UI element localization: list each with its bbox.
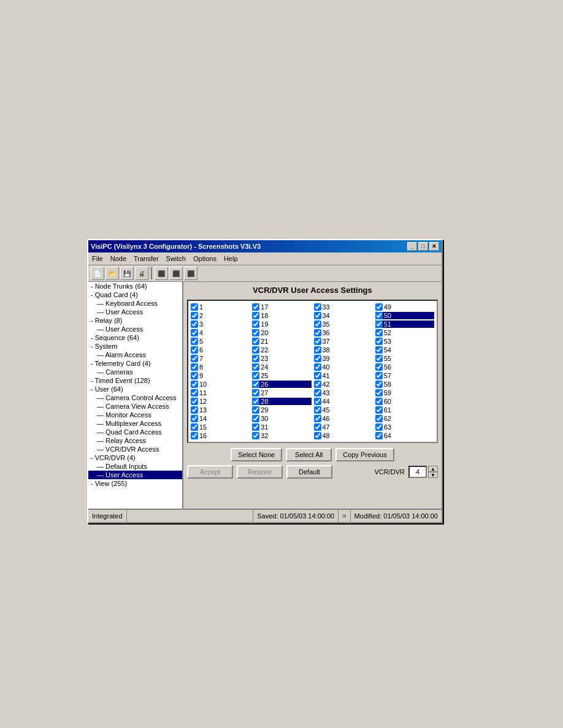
checkbox-17[interactable] [252, 303, 259, 311]
vcr-dvr-spinner[interactable]: ▲ ▼ [408, 466, 438, 478]
checkbox-item-54[interactable]: 54 [375, 346, 434, 354]
checkbox-item-64[interactable]: 64 [375, 432, 434, 439]
toolbar-btn6[interactable]: ⬛ [169, 267, 183, 280]
toolbar-save-button[interactable]: 💾 [120, 267, 134, 280]
checkbox-item-55[interactable]: 55 [375, 355, 434, 362]
checkbox-62[interactable] [375, 415, 383, 422]
checkbox-item-11[interactable]: 11 [191, 389, 250, 396]
checkbox-item-49[interactable]: 49 [375, 303, 434, 311]
spinner-up[interactable]: ▲ [428, 466, 438, 472]
checkbox-item-41[interactable]: 41 [314, 372, 373, 379]
checkbox-15[interactable] [191, 423, 198, 431]
accept-button[interactable]: Accept [187, 465, 233, 479]
checkbox-item-3[interactable]: 3 [191, 320, 250, 328]
tree-quad-card-access[interactable]: — Quad Card Access [88, 428, 182, 436]
tree-vcrdvr-access[interactable]: — VCR/DVR Access [88, 445, 182, 453]
minimize-button[interactable]: _ [407, 242, 417, 251]
checkbox-item-19[interactable]: 19 [252, 320, 311, 328]
select-none-button[interactable]: Select None [231, 448, 282, 461]
tree-keyboard-access[interactable]: — Keyboard Access [88, 299, 182, 308]
checkbox-item-53[interactable]: 53 [375, 338, 434, 345]
checkbox-43[interactable] [314, 389, 321, 396]
tree-node-trunks[interactable]: - Node Trunks (64) [88, 282, 182, 290]
checkbox-29[interactable] [252, 406, 259, 414]
default-button[interactable]: Default [286, 465, 332, 479]
checkbox-30[interactable] [252, 415, 259, 422]
checkbox-item-56[interactable]: 56 [375, 363, 434, 371]
checkbox-item-17[interactable]: 17 [252, 303, 311, 311]
checkbox-59[interactable] [375, 389, 383, 396]
checkbox-item-8[interactable]: 8 [191, 363, 250, 371]
tree-user[interactable]: - User (64) [88, 385, 182, 393]
tree-alarm-access[interactable]: — Alarm Access [88, 351, 182, 359]
checkbox-item-26[interactable]: 26 [252, 381, 311, 388]
checkbox-10[interactable] [191, 381, 198, 388]
checkbox-item-63[interactable]: 63 [375, 423, 434, 431]
checkbox-41[interactable] [314, 372, 321, 379]
tree-user-access-vcrdvr[interactable]: — User Access [88, 471, 182, 479]
checkbox-8[interactable] [191, 363, 198, 371]
checkbox-item-16[interactable]: 16 [191, 432, 250, 439]
tree-quad-card[interactable]: - Quad Card (4) [88, 290, 182, 299]
checkbox-25[interactable] [252, 372, 259, 379]
checkbox-item-27[interactable]: 27 [252, 389, 311, 396]
tree-panel[interactable]: - Node Trunks (64) - Quad Card (4) — Key… [88, 282, 183, 509]
spinner-down[interactable]: ▼ [428, 472, 438, 478]
checkbox-item-40[interactable]: 40 [314, 363, 373, 371]
checkbox-item-25[interactable]: 25 [252, 372, 311, 379]
toolbar-open-button[interactable]: 📂 [105, 267, 119, 280]
tree-system[interactable]: - System [88, 342, 182, 351]
checkbox-item-21[interactable]: 21 [252, 338, 311, 345]
checkbox-58[interactable] [375, 381, 383, 388]
checkbox-item-4[interactable]: 4 [191, 329, 250, 336]
checkbox-item-60[interactable]: 60 [375, 398, 434, 405]
checkbox-60[interactable] [375, 398, 383, 405]
checkbox-item-6[interactable]: 6 [191, 346, 250, 354]
checkbox-item-44[interactable]: 44 [314, 398, 373, 405]
checkbox-9[interactable] [191, 372, 198, 379]
checkbox-item-5[interactable]: 5 [191, 338, 250, 345]
checkbox-item-23[interactable]: 23 [252, 355, 311, 362]
tree-user-access-relay[interactable]: — User Access [88, 325, 182, 333]
tree-vcrdvr[interactable]: - VCR/DVR (4) [88, 453, 182, 462]
checkbox-item-61[interactable]: 61 [375, 406, 434, 414]
checkbox-56[interactable] [375, 363, 383, 371]
checkbox-36[interactable] [314, 329, 321, 336]
checkbox-50[interactable] [375, 312, 383, 319]
checkbox-52[interactable] [375, 329, 383, 336]
tree-telemetry[interactable]: - Telemetry Card (4) [88, 359, 182, 368]
select-all-button[interactable]: Select All [286, 448, 332, 461]
checkbox-23[interactable] [252, 355, 259, 362]
checkbox-37[interactable] [314, 338, 321, 345]
checkbox-28[interactable] [252, 398, 259, 405]
checkbox-49[interactable] [375, 303, 383, 311]
checkbox-item-45[interactable]: 45 [314, 406, 373, 414]
checkbox-18[interactable] [252, 312, 259, 319]
vcr-dvr-value[interactable] [408, 466, 427, 478]
checkbox-item-10[interactable]: 10 [191, 381, 250, 388]
checkbox-item-48[interactable]: 48 [314, 432, 373, 439]
checkbox-38[interactable] [314, 346, 321, 354]
checkbox-item-36[interactable]: 36 [314, 329, 373, 336]
checkbox-item-31[interactable]: 31 [252, 423, 311, 431]
checkbox-item-46[interactable]: 46 [314, 415, 373, 422]
checkbox-64[interactable] [375, 432, 383, 439]
checkbox-item-2[interactable]: 2 [191, 312, 250, 319]
checkbox-item-58[interactable]: 58 [375, 381, 434, 388]
checkbox-63[interactable] [375, 423, 383, 431]
checkbox-7[interactable] [191, 355, 198, 362]
checkbox-2[interactable] [191, 312, 198, 319]
checkbox-5[interactable] [191, 338, 198, 345]
tree-view[interactable]: - View (255) [88, 479, 182, 488]
checkbox-item-14[interactable]: 14 [191, 415, 250, 422]
tree-default-inputs[interactable]: — Default Inputs [88, 462, 182, 471]
checkbox-item-42[interactable]: 42 [314, 381, 373, 388]
checkbox-item-34[interactable]: 34 [314, 312, 373, 319]
checkbox-item-39[interactable]: 39 [314, 355, 373, 362]
checkbox-19[interactable] [252, 320, 259, 328]
checkbox-item-33[interactable]: 33 [314, 303, 373, 311]
tree-monitor-access[interactable]: — Monitor Access [88, 411, 182, 419]
tree-camera-control[interactable]: — Camera Control Access [88, 393, 182, 402]
checkbox-45[interactable] [314, 406, 321, 414]
checkbox-40[interactable] [314, 363, 321, 371]
